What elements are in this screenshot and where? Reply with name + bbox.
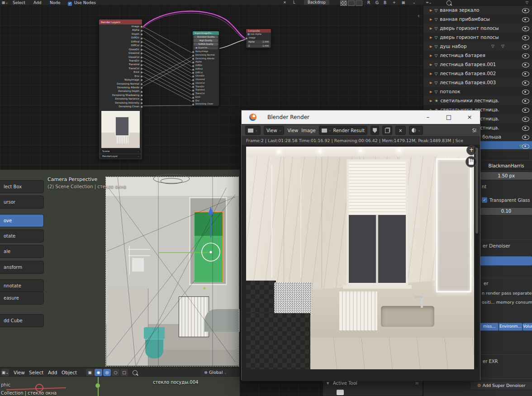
tool-annotate[interactable]: nnotate [0, 279, 44, 292]
add-super-denoiser-button[interactable]: ⚙ Add Super Denoiser [470, 381, 532, 390]
eye-icon[interactable] [522, 62, 529, 67]
shading-solid-icon[interactable]: ◉ [95, 369, 102, 376]
menu-view[interactable]: View [14, 367, 25, 377]
expand-icon[interactable]: ▶ [430, 90, 432, 94]
editor-type-icon[interactable]: ▣⌄ [1, 369, 9, 376]
output-socket-row[interactable]: DiffCol [99, 43, 142, 47]
input-socket-row[interactable]: TransCol [193, 92, 219, 95]
render-window-body[interactable]: + [242, 145, 480, 381]
y-axis-dot[interactable] [95, 383, 100, 388]
quality-button[interactable]: SUPER Quality [194, 43, 218, 46]
menu-image[interactable]: Image [301, 128, 315, 133]
overlay-toggle-icon[interactable]: □ [120, 369, 128, 376]
tool-scale[interactable]: ale [0, 245, 44, 258]
close-button[interactable]: × [459, 110, 480, 124]
input-socket-row[interactable]: Denoising Normal [193, 53, 219, 57]
output-socket-row[interactable]: Emit [99, 70, 142, 74]
eye-icon[interactable] [522, 17, 529, 22]
eye-icon[interactable] [522, 108, 529, 113]
tool-cursor[interactable]: ursor [0, 196, 44, 209]
view-mode-dropdown[interactable]: View⌄ [264, 126, 285, 135]
output-socket-row[interactable]: DiffDir [99, 36, 142, 39]
glass-roughness-field[interactable]: 0.10 [480, 207, 532, 215]
input-socket-row[interactable]: GlossDir [193, 74, 219, 78]
output-socket-row[interactable]: DiffInd [99, 40, 142, 43]
pass-toggle-emission[interactable]: miss... [480, 323, 499, 331]
eye-icon[interactable] [522, 144, 529, 149]
input-socket-row[interactable]: Env [193, 99, 219, 103]
eye-icon[interactable] [522, 53, 529, 58]
outliner-row[interactable]: ▶▽потолок [423, 87, 532, 96]
menu-object[interactable]: Object [62, 367, 77, 377]
eye-icon[interactable] [522, 81, 529, 86]
tool-icon[interactable] [337, 390, 344, 395]
output-socket-row[interactable]: GlossDir [99, 48, 142, 51]
bottom-viewport-strip[interactable]: phic стекло посуды.004 Collection | стек… [0, 377, 240, 396]
image-datablock-selector[interactable]: ⌄ Render Result [319, 126, 368, 135]
input-socket-row[interactable]: DiffInd [193, 67, 219, 71]
outliner-row[interactable]: ▶▽лестница батарея [423, 51, 532, 60]
render-window[interactable]: Blender Render – □ × ⌄ View⌄ View Image … [241, 110, 480, 380]
quality-button[interactable]: Standard Quality [194, 35, 218, 38]
tool-add-cube[interactable]: dd Cube [0, 314, 44, 327]
expand-icon[interactable]: ▶ [430, 36, 432, 39]
eye-icon[interactable] [522, 72, 529, 76]
input-socket-row[interactable]: TransInd [193, 88, 219, 92]
expand-icon[interactable]: ▶ [430, 18, 432, 21]
input-socket-row[interactable]: Denoising Albedo [193, 57, 219, 61]
input-socket-row[interactable]: Alpha [193, 60, 219, 64]
search-icon[interactable] [133, 370, 138, 375]
outliner-row[interactable]: ▶▽ванная зеркало [423, 5, 532, 14]
expand-icon[interactable]: ▶ [430, 9, 432, 12]
output-socket-row[interactable]: Denoising Clean [99, 105, 142, 108]
output-socket-row[interactable]: Image [99, 24, 142, 28]
output-socket-row[interactable]: TransCol [99, 67, 142, 70]
list-icon[interactable]: ≡⌄ [426, 0, 432, 5]
shading-material-icon[interactable]: ◎ [103, 369, 111, 376]
outliner-row[interactable]: ▶▽лестница батарея.002 [423, 69, 532, 78]
output-socket-row[interactable]: Denoising Intensity [99, 101, 142, 105]
display-channels-dropdown[interactable]: ⌄ [409, 126, 423, 135]
eye-icon[interactable] [522, 135, 529, 140]
use-alpha-row[interactable]: ✓ Use Alpha [246, 33, 271, 36]
hand-tool-icon[interactable] [466, 156, 477, 167]
expand-icon[interactable]: ▶ [430, 72, 432, 76]
filter-icon[interactable]: ▽ [526, 0, 528, 5]
quality-button[interactable]: High Quality [194, 39, 218, 42]
z-value-slider[interactable]: Z 1.000 [247, 44, 270, 48]
input-socket-row[interactable]: NoisyImage [193, 50, 219, 53]
expand-icon[interactable]: ▶ [430, 99, 432, 103]
output-socket-row[interactable]: GlossInd [99, 51, 142, 55]
mode-icon[interactable]: ▣ [86, 369, 94, 376]
drag-handle-icon[interactable]: ≡ [415, 381, 419, 386]
pixel-filter-dropdown[interactable]: BlackmanHarris [480, 162, 532, 170]
unlink-button[interactable]: × [395, 126, 405, 135]
output-socket-row[interactable]: NoisyImage [99, 78, 142, 81]
input-socket-row[interactable]: GlossInd [193, 78, 219, 81]
node-title[interactable]: Composite [246, 29, 271, 33]
search-icon[interactable] [446, 0, 451, 5]
scene-selector[interactable]: Scene⌄ [100, 149, 141, 153]
input-socket-row[interactable]: TransDir [193, 85, 219, 89]
input-socket-row[interactable]: Denoising Clean [193, 102, 219, 106]
expand-icon[interactable]: ▶ [430, 54, 432, 57]
eye-icon[interactable] [522, 99, 529, 104]
node-title[interactable]: Render Layers [99, 19, 142, 24]
pass-toggle-volumetric[interactable]: Volum [522, 323, 532, 331]
super-image-denoiser-node[interactable]: SuperImageDe... Standard Quality High Qu… [192, 31, 219, 106]
menu-view[interactable]: View [287, 128, 298, 133]
render-window-titlebar[interactable]: Blender Render – □ × [242, 110, 480, 124]
outliner-row[interactable]: ▶▽дверь горизонт полосы [423, 33, 532, 42]
menu-select[interactable]: Select [29, 367, 43, 377]
fake-user-button[interactable] [370, 126, 379, 135]
tool-transform[interactable]: ansform [0, 261, 44, 274]
shading-rendered-icon[interactable]: ○ [112, 369, 119, 376]
expand-icon[interactable]: ▶ [430, 45, 432, 48]
eye-icon[interactable] [522, 90, 529, 95]
alpha-value-slider[interactable]: Alpha 1.000 [247, 40, 270, 44]
output-socket-row[interactable]: Denoising Normal [99, 82, 142, 86]
tool-rotate[interactable]: otate [0, 229, 44, 243]
maximize-button[interactable]: □ [438, 110, 459, 124]
tool-measure[interactable]: easure [0, 291, 44, 305]
eye-icon[interactable] [522, 26, 529, 31]
